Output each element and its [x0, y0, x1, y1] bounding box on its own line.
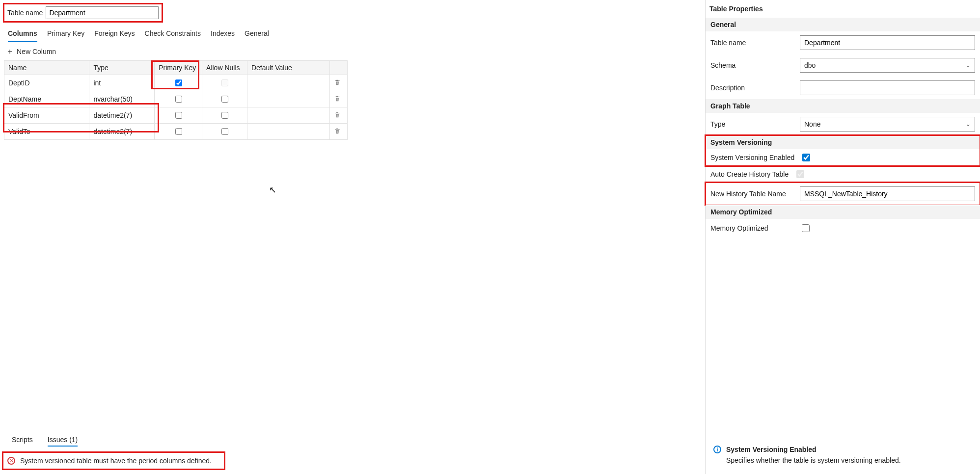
prop-label-sysver-enabled: System Versioning Enabled	[710, 154, 794, 161]
prop-label-table-name: Table name	[710, 39, 794, 47]
delete-row-button[interactable]	[334, 96, 341, 104]
delete-row-button[interactable]	[334, 128, 341, 136]
cell-pk-checkbox[interactable]	[175, 96, 182, 103]
tab-scripts[interactable]: Scripts	[12, 434, 33, 447]
new-column-button[interactable]: ＋ New Column	[0, 43, 61, 60]
cell-default[interactable]	[247, 75, 329, 91]
section-memory-optimized: Memory Optimized	[706, 205, 980, 219]
grid-header-name[interactable]: Name	[4, 61, 89, 75]
tab-indexes[interactable]: Indexes	[211, 29, 235, 42]
tab-foreign-keys[interactable]: Foreign Keys	[94, 29, 135, 42]
grid-header-primary-key[interactable]: Primary Key	[155, 61, 202, 75]
cell-type[interactable]: datetime2(7)	[89, 124, 155, 140]
bottom-tabs: Scripts Issues (1)	[0, 434, 705, 449]
prop-select-graph-type[interactable]: None ⌄	[800, 117, 975, 132]
table-name-highlight: Table name	[3, 3, 163, 23]
tab-general[interactable]: General	[245, 29, 269, 42]
plus-icon: ＋	[6, 48, 14, 55]
help-title: System Versioning Enabled	[726, 446, 817, 453]
prop-label-graph-type: Type	[710, 120, 794, 128]
cell-name[interactable]: ValidTo	[4, 124, 89, 140]
section-general: General	[706, 18, 980, 31]
tab-issues[interactable]: Issues (1)	[48, 434, 78, 447]
prop-select-graph-type-value: None	[804, 120, 820, 128]
delete-row-button[interactable]	[334, 112, 341, 120]
chevron-down-icon: ⌄	[966, 62, 971, 69]
prop-label-description: Description	[710, 84, 794, 92]
cell-nulls-checkbox[interactable]	[221, 112, 228, 119]
new-column-label: New Column	[17, 48, 56, 55]
cell-type[interactable]: nvarchar(50)	[89, 91, 155, 107]
chevron-down-icon: ⌄	[966, 121, 971, 128]
prop-label-memopt: Memory Optimized	[710, 224, 794, 232]
trash-icon	[334, 112, 341, 120]
table-row[interactable]: ValidTodatetime2(7)	[4, 124, 348, 140]
cursor-icon: ↖	[269, 184, 276, 195]
trash-icon	[334, 96, 341, 104]
cell-nulls-checkbox[interactable]	[221, 128, 228, 135]
prop-label-new-history: New History Table Name	[710, 190, 794, 198]
prop-label-auto-history: Auto Create History Table	[710, 170, 789, 178]
cell-type[interactable]: datetime2(7)	[89, 107, 155, 124]
table-row[interactable]: DeptIDint	[4, 75, 348, 91]
section-graph-table: Graph Table	[706, 99, 980, 113]
prop-label-schema: Schema	[710, 61, 794, 69]
cell-name[interactable]: DeptID	[4, 75, 89, 91]
prop-check-memopt[interactable]	[802, 224, 810, 232]
prop-check-auto-history	[796, 170, 804, 178]
properties-title: Table Properties	[706, 0, 980, 18]
prop-check-sysver-enabled[interactable]	[802, 154, 810, 161]
property-help: i System Versioning Enabled Specifies wh…	[706, 439, 980, 474]
section-system-versioning: System Versioning	[706, 135, 980, 149]
help-text: Specifies whether the table is system ve…	[713, 456, 972, 464]
cell-nulls-checkbox	[221, 79, 228, 86]
prop-input-new-history[interactable]	[800, 186, 975, 201]
grid-header-allow-nulls[interactable]: Allow Nulls	[202, 61, 247, 75]
table-name-input[interactable]	[46, 6, 159, 19]
cell-name[interactable]: DeptName	[4, 91, 89, 107]
delete-row-button[interactable]	[334, 79, 341, 87]
trash-icon	[334, 79, 341, 87]
cell-default[interactable]	[247, 124, 329, 140]
prop-select-schema-value: dbo	[804, 61, 816, 69]
prop-input-description[interactable]	[800, 80, 975, 95]
grid-header-delete	[330, 61, 348, 75]
cell-type[interactable]: int	[89, 75, 155, 91]
table-row[interactable]: DeptNamenvarchar(50)	[4, 91, 348, 107]
grid-header-type[interactable]: Type	[89, 61, 155, 75]
tab-primary-key[interactable]: Primary Key	[47, 29, 84, 42]
table-name-label: Table name	[7, 9, 43, 17]
designer-tabs: Columns Primary Key Foreign Keys Check C…	[0, 23, 705, 43]
prop-select-schema[interactable]: dbo ⌄	[800, 58, 975, 73]
columns-grid: Name Type Primary Key Allow Nulls Defaul…	[4, 60, 348, 140]
grid-header-default[interactable]: Default Value	[247, 61, 329, 75]
error-icon: ✕	[7, 457, 15, 465]
tab-check-constraints[interactable]: Check Constraints	[145, 29, 201, 42]
issue-row[interactable]: ✕ System versioned table must have the p…	[2, 451, 225, 470]
info-icon: i	[713, 446, 721, 453]
cell-default[interactable]	[247, 91, 329, 107]
cell-nulls-checkbox[interactable]	[221, 96, 228, 103]
cell-name[interactable]: ValidFrom	[4, 107, 89, 124]
table-row[interactable]: ValidFromdatetime2(7)	[4, 107, 348, 124]
tab-columns[interactable]: Columns	[8, 29, 37, 42]
cell-pk-checkbox[interactable]	[175, 79, 182, 86]
cell-default[interactable]	[247, 107, 329, 124]
prop-input-table-name[interactable]	[800, 35, 975, 50]
issue-text: System versioned table must have the per…	[20, 457, 212, 465]
trash-icon	[334, 128, 341, 136]
cell-pk-checkbox[interactable]	[175, 128, 182, 135]
cell-pk-checkbox[interactable]	[175, 112, 182, 119]
